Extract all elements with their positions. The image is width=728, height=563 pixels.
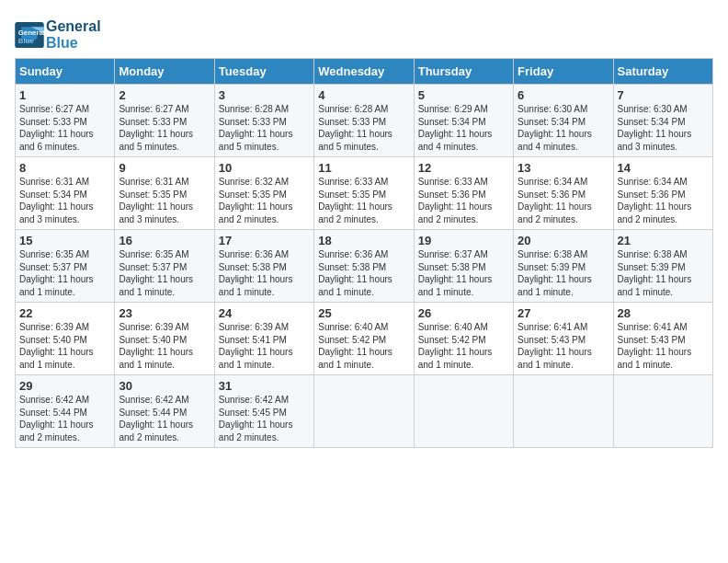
calendar-cell: 15 Sunrise: 6:35 AMSunset: 5:37 PMDaylig…: [16, 230, 115, 303]
logo-text-line1: General: [46, 18, 101, 35]
day-number: 24: [219, 306, 310, 320]
cell-info: Sunrise: 6:28 AMSunset: 5:33 PMDaylight:…: [318, 103, 409, 153]
calendar-cell: 12 Sunrise: 6:33 AMSunset: 5:36 PMDaylig…: [414, 157, 513, 230]
day-number: 26: [418, 306, 509, 320]
calendar-header-cell: Sunday: [16, 59, 115, 85]
calendar-cell: 8 Sunrise: 6:31 AMSunset: 5:34 PMDayligh…: [16, 157, 115, 230]
cell-info: Sunrise: 6:35 AMSunset: 5:37 PMDaylight:…: [119, 248, 210, 298]
calendar-header-cell: Monday: [115, 59, 214, 85]
day-number: 20: [518, 234, 609, 247]
calendar-week-row: 8 Sunrise: 6:31 AMSunset: 5:34 PMDayligh…: [16, 157, 713, 230]
cell-info: Sunrise: 6:39 AMSunset: 5:40 PMDaylight:…: [19, 321, 110, 371]
day-number: 31: [219, 379, 310, 393]
logo-icon: General Blue: [15, 22, 44, 48]
day-number: 7: [618, 88, 709, 102]
day-number: 3: [219, 88, 310, 102]
calendar-cell: 19 Sunrise: 6:37 AMSunset: 5:38 PMDaylig…: [414, 230, 513, 303]
day-number: 4: [318, 88, 409, 102]
calendar-cell: 1 Sunrise: 6:27 AMSunset: 5:33 PMDayligh…: [16, 85, 115, 157]
calendar-cell: 10 Sunrise: 6:32 AMSunset: 5:35 PMDaylig…: [214, 157, 313, 230]
day-number: 28: [618, 306, 709, 320]
cell-info: Sunrise: 6:35 AMSunset: 5:37 PMDaylight:…: [19, 248, 110, 298]
cell-info: Sunrise: 6:31 AMSunset: 5:35 PMDaylight:…: [119, 176, 210, 225]
calendar-cell: 3 Sunrise: 6:28 AMSunset: 5:33 PMDayligh…: [214, 85, 313, 157]
day-number: 21: [618, 234, 709, 247]
calendar-header-cell: Thursday: [414, 59, 513, 85]
cell-info: Sunrise: 6:30 AMSunset: 5:34 PMDaylight:…: [518, 103, 609, 153]
calendar-cell: 5 Sunrise: 6:29 AMSunset: 5:34 PMDayligh…: [414, 85, 513, 157]
day-number: 10: [219, 161, 310, 175]
day-number: 29: [19, 379, 110, 393]
page-header: General Blue General Blue: [15, 15, 713, 51]
calendar-week-row: 29 Sunrise: 6:42 AMSunset: 5:44 PMDaylig…: [16, 375, 713, 448]
calendar-cell: [613, 375, 712, 448]
cell-info: Sunrise: 6:40 AMSunset: 5:42 PMDaylight:…: [318, 321, 409, 371]
calendar-cell: 2 Sunrise: 6:27 AMSunset: 5:33 PMDayligh…: [115, 85, 214, 157]
calendar-cell: 22 Sunrise: 6:39 AMSunset: 5:40 PMDaylig…: [16, 303, 115, 375]
calendar-cell: 23 Sunrise: 6:39 AMSunset: 5:40 PMDaylig…: [115, 303, 214, 375]
cell-info: Sunrise: 6:41 AMSunset: 5:43 PMDaylight:…: [618, 321, 709, 371]
cell-info: Sunrise: 6:34 AMSunset: 5:36 PMDaylight:…: [518, 176, 609, 225]
calendar-cell: 9 Sunrise: 6:31 AMSunset: 5:35 PMDayligh…: [115, 157, 214, 230]
cell-info: Sunrise: 6:27 AMSunset: 5:33 PMDaylight:…: [19, 103, 110, 153]
calendar-cell: [414, 375, 513, 448]
calendar-cell: 29 Sunrise: 6:42 AMSunset: 5:44 PMDaylig…: [16, 375, 115, 448]
calendar-week-row: 15 Sunrise: 6:35 AMSunset: 5:37 PMDaylig…: [16, 230, 713, 303]
day-number: 23: [119, 306, 210, 320]
day-number: 19: [418, 234, 509, 247]
cell-info: Sunrise: 6:28 AMSunset: 5:33 PMDaylight:…: [219, 103, 310, 153]
calendar-table: SundayMondayTuesdayWednesdayThursdayFrid…: [15, 58, 713, 448]
logo-text-line2: Blue: [46, 35, 101, 52]
cell-info: Sunrise: 6:36 AMSunset: 5:38 PMDaylight:…: [219, 248, 310, 298]
day-number: 17: [219, 234, 310, 247]
calendar-header-cell: Saturday: [613, 59, 712, 85]
calendar-cell: 4 Sunrise: 6:28 AMSunset: 5:33 PMDayligh…: [314, 85, 414, 157]
calendar-cell: 31 Sunrise: 6:42 AMSunset: 5:45 PMDaylig…: [214, 375, 313, 448]
cell-info: Sunrise: 6:33 AMSunset: 5:35 PMDaylight:…: [318, 176, 409, 225]
calendar-cell: 17 Sunrise: 6:36 AMSunset: 5:38 PMDaylig…: [214, 230, 313, 303]
calendar-cell: 14 Sunrise: 6:34 AMSunset: 5:36 PMDaylig…: [613, 157, 712, 230]
day-number: 15: [19, 234, 110, 247]
day-number: 11: [318, 161, 409, 175]
calendar-cell: [314, 375, 414, 448]
calendar-cell: 18 Sunrise: 6:36 AMSunset: 5:38 PMDaylig…: [314, 230, 414, 303]
calendar-cell: 11 Sunrise: 6:33 AMSunset: 5:35 PMDaylig…: [314, 157, 414, 230]
cell-info: Sunrise: 6:34 AMSunset: 5:36 PMDaylight:…: [618, 176, 709, 225]
cell-info: Sunrise: 6:38 AMSunset: 5:39 PMDaylight:…: [518, 248, 609, 298]
day-number: 5: [418, 88, 509, 102]
logo: General Blue General Blue: [15, 18, 101, 51]
calendar-header-row: SundayMondayTuesdayWednesdayThursdayFrid…: [16, 59, 713, 85]
day-number: 2: [119, 88, 210, 102]
calendar-cell: 24 Sunrise: 6:39 AMSunset: 5:41 PMDaylig…: [214, 303, 313, 375]
day-number: 25: [318, 306, 409, 320]
cell-info: Sunrise: 6:42 AMSunset: 5:45 PMDaylight:…: [219, 394, 310, 443]
day-number: 12: [418, 161, 509, 175]
calendar-header-cell: Tuesday: [214, 59, 313, 85]
cell-info: Sunrise: 6:39 AMSunset: 5:40 PMDaylight:…: [119, 321, 210, 371]
calendar-header-cell: Wednesday: [314, 59, 414, 85]
day-number: 30: [119, 379, 210, 393]
calendar-cell: 25 Sunrise: 6:40 AMSunset: 5:42 PMDaylig…: [314, 303, 414, 375]
day-number: 14: [618, 161, 709, 175]
calendar-cell: 6 Sunrise: 6:30 AMSunset: 5:34 PMDayligh…: [514, 85, 613, 157]
day-number: 9: [119, 161, 210, 175]
svg-text:General: General: [18, 29, 44, 37]
day-number: 1: [19, 88, 110, 102]
calendar-cell: 30 Sunrise: 6:42 AMSunset: 5:44 PMDaylig…: [115, 375, 214, 448]
cell-info: Sunrise: 6:42 AMSunset: 5:44 PMDaylight:…: [19, 394, 110, 443]
calendar-cell: 16 Sunrise: 6:35 AMSunset: 5:37 PMDaylig…: [115, 230, 214, 303]
calendar-cell: 28 Sunrise: 6:41 AMSunset: 5:43 PMDaylig…: [613, 303, 712, 375]
cell-info: Sunrise: 6:42 AMSunset: 5:44 PMDaylight:…: [119, 394, 210, 443]
calendar-cell: 7 Sunrise: 6:30 AMSunset: 5:34 PMDayligh…: [613, 85, 712, 157]
cell-info: Sunrise: 6:39 AMSunset: 5:41 PMDaylight:…: [219, 321, 310, 371]
cell-info: Sunrise: 6:41 AMSunset: 5:43 PMDaylight:…: [518, 321, 609, 371]
calendar-cell: [514, 375, 613, 448]
svg-text:Blue: Blue: [18, 36, 35, 44]
calendar-cell: 20 Sunrise: 6:38 AMSunset: 5:39 PMDaylig…: [514, 230, 613, 303]
calendar-cell: 21 Sunrise: 6:38 AMSunset: 5:39 PMDaylig…: [613, 230, 712, 303]
calendar-week-row: 1 Sunrise: 6:27 AMSunset: 5:33 PMDayligh…: [16, 85, 713, 157]
cell-info: Sunrise: 6:27 AMSunset: 5:33 PMDaylight:…: [119, 103, 210, 153]
cell-info: Sunrise: 6:29 AMSunset: 5:34 PMDaylight:…: [418, 103, 509, 153]
day-number: 18: [318, 234, 409, 247]
calendar-cell: 26 Sunrise: 6:40 AMSunset: 5:42 PMDaylig…: [414, 303, 513, 375]
